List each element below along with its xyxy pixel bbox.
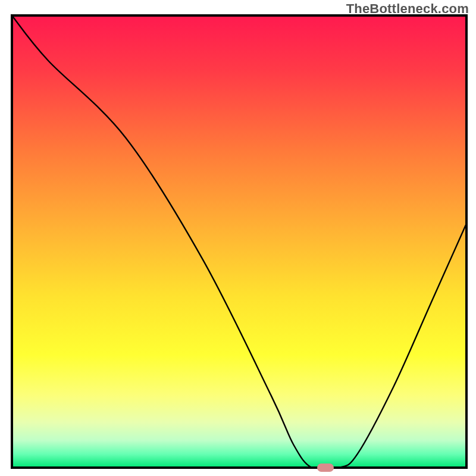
chart-svg (0, 0, 476, 476)
watermark-text: TheBottleneck.com (346, 1, 469, 17)
optimal-marker (317, 464, 334, 472)
chart-container: TheBottleneck.com (0, 0, 476, 476)
gradient-background (12, 15, 466, 468)
